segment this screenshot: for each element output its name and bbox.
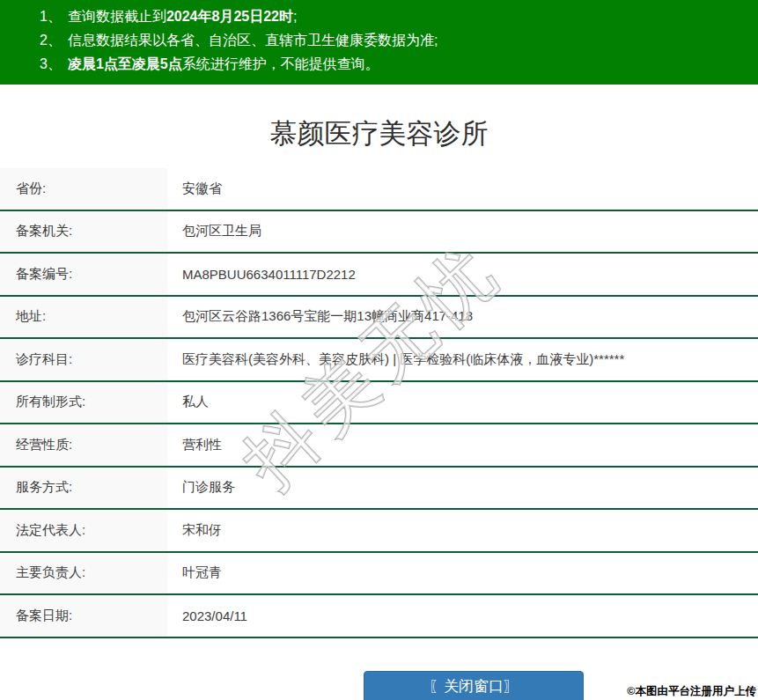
table-row: 经营性质: 营利性: [0, 424, 758, 468]
row-label: 诊疗科目:: [0, 339, 167, 380]
row-label: 法定代表人:: [0, 510, 167, 551]
row-label: 备案机关:: [0, 211, 167, 253]
row-value: 医疗美容科(美容外科、美容皮肤科) | 医学检验科(临床体液，血液专业)****…: [167, 351, 758, 368]
credit-note: ©本图由平台注册用户上传: [627, 684, 756, 699]
clinic-info-table: 省份: 安徽省 备案机关: 包河区卫生局 备案编号: MA8PBUU663401…: [0, 168, 758, 638]
row-value: 安徽省: [167, 181, 758, 197]
row-label: 经营性质:: [0, 424, 167, 466]
page-title: 慕颜医疗美容诊所: [0, 107, 758, 168]
table-row: 所有制形式: 私人: [0, 382, 758, 425]
table-row: 地址: 包河区云谷路1366号宝能一期13幢商业商417-418: [0, 297, 758, 340]
row-label: 备案日期:: [0, 595, 167, 637]
notice-text-bold: 2024年8月25日22时: [166, 9, 293, 24]
table-row: 服务方式: 门诊服务: [0, 468, 758, 511]
table-row: 法定代表人: 宋和伢: [0, 510, 758, 553]
notice-number: 3、: [40, 56, 62, 71]
table-row: 主要负责人: 叶冠青: [0, 553, 758, 596]
row-value: 包河区云谷路1366号宝能一期13幢商业商417-418: [167, 308, 758, 325]
row-value: 门诊服务: [167, 479, 758, 496]
row-label: 服务方式:: [0, 468, 167, 509]
table-row: 诊疗科目: 医疗美容科(美容外科、美容皮肤科) | 医学检验科(临床体液，血液专…: [0, 339, 758, 382]
row-value: 私人: [167, 394, 758, 410]
table-row: 备案日期: 2023/04/11: [0, 595, 758, 638]
row-value: MA8PBUU6634011117D2212: [167, 267, 758, 282]
notice-line-3: 3、凌晨1点至凌晨5点系统进行维护，不能提供查询。: [40, 52, 749, 76]
row-label: 地址:: [0, 297, 167, 338]
row-value: 营利性: [167, 437, 758, 453]
close-window-button[interactable]: 〖关闭窗口〗: [364, 671, 584, 700]
notice-text: 系统进行维护，不能提供查询。: [182, 56, 379, 71]
notice-header: 1、查询数据截止到2024年8月25日22时; 2、信息数据结果以各省、自治区、…: [0, 0, 758, 85]
table-row: 省份: 安徽省: [0, 168, 758, 211]
notice-text: ;: [293, 9, 297, 24]
row-value: 宋和伢: [167, 522, 758, 539]
notice-number: 1、: [40, 9, 62, 24]
table-row: 备案机关: 包河区卫生局: [0, 211, 758, 254]
row-label: 主要负责人:: [0, 553, 167, 594]
notice-number: 2、: [40, 33, 62, 48]
notice-text: 查询数据截止到: [68, 9, 166, 24]
row-value: 2023/04/11: [167, 608, 758, 623]
notice-line-1: 1、查询数据截止到2024年8月25日22时;: [40, 4, 749, 28]
row-value: 叶冠青: [167, 564, 758, 581]
row-label: 备案编号:: [0, 254, 167, 295]
table-row: 备案编号: MA8PBUU6634011117D2212: [0, 254, 758, 297]
row-label: 省份:: [0, 168, 167, 210]
row-value: 包河区卫生局: [167, 223, 758, 239]
notice-line-2: 2、信息数据结果以各省、自治区、直辖市卫生健康委数据为准;: [40, 28, 749, 52]
row-label: 所有制形式:: [0, 382, 167, 424]
notice-text-bold: 凌晨1点至凌晨5点: [68, 56, 182, 71]
notice-text: 信息数据结果以各省、自治区、直辖市卫生健康委数据为准;: [68, 33, 438, 48]
